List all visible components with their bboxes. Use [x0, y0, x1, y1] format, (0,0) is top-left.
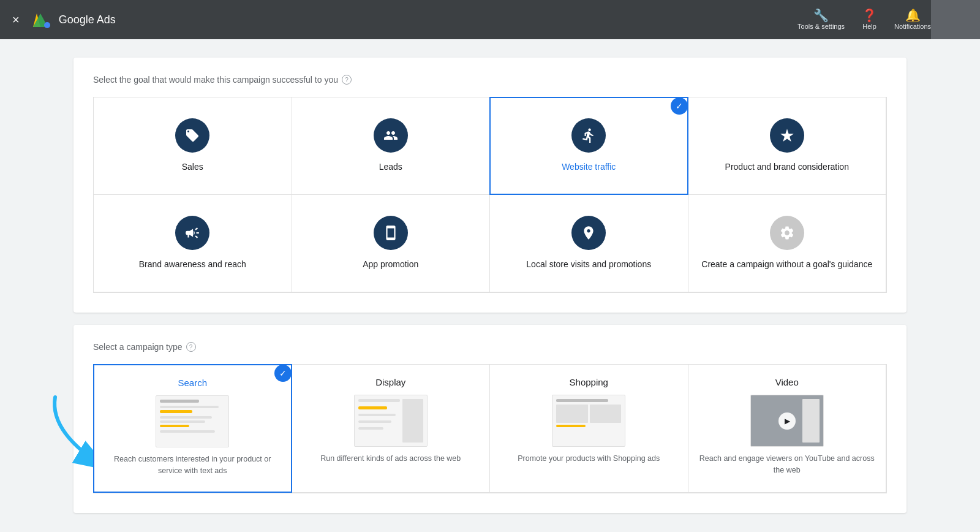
campaign-card-title: Select a campaign type ? [93, 342, 887, 352]
brand-awareness-label: Brand awareness and reach [139, 259, 246, 271]
campaign-help-icon[interactable]: ? [186, 342, 196, 352]
shopping-illustration [552, 395, 625, 447]
brand-consideration-label: Product and brand consideration [725, 161, 849, 173]
gear-icon [779, 225, 795, 241]
goal-card-title-text: Select the goal that would make this cam… [93, 75, 338, 85]
campaign-card-title-text: Select a campaign type [93, 342, 183, 352]
goal-leads[interactable]: Leads [292, 97, 491, 195]
goal-website-traffic[interactable]: ✓ Website traffic [489, 97, 688, 195]
local-store-label: Local store visits and promotions [526, 259, 651, 271]
campaign-type-card: Select a campaign type ? ✓ Search [74, 325, 907, 513]
goal-card-title: Select the goal that would make this cam… [93, 75, 887, 85]
display-desc: Run different kinds of ads across the we… [320, 453, 461, 465]
app-header: × Google Ads 🔧 Tools & settings ❓ Help 🔔… [0, 0, 980, 39]
shopping-desc: Promote your products with Shopping ads [518, 453, 660, 465]
sales-icon-circle [175, 118, 209, 153]
help-icon: ❓ [862, 9, 877, 21]
video-sidebar [802, 399, 820, 443]
no-goal-label: Create a campaign without a goal's guida… [701, 259, 872, 271]
leads-icon-circle [374, 118, 408, 153]
goal-selection-card: Select the goal that would make this cam… [74, 58, 907, 313]
goal-grid: Sales Leads ✓ Website traf [93, 97, 887, 293]
speaker-icon [184, 225, 200, 241]
goal-help-icon[interactable]: ? [342, 75, 352, 85]
shopping-title: Shopping [570, 377, 608, 387]
app-title: Google Ads [59, 13, 116, 26]
header-actions: 🔧 Tools & settings ❓ Help 🔔 Notification… [797, 9, 931, 30]
search-title: Search [178, 378, 207, 388]
help-label: Help [862, 23, 876, 30]
goal-local-store[interactable]: Local store visits and promotions [489, 194, 688, 292]
search-desc: Reach customers interested in your produ… [104, 454, 281, 477]
leads-label: Leads [379, 161, 402, 173]
main-content: Select the goal that would make this cam… [0, 39, 980, 531]
app-icon-circle [374, 216, 408, 250]
goal-sales[interactable]: Sales [93, 97, 292, 195]
location-pin-icon [581, 225, 597, 241]
user-avatar[interactable] [931, 0, 980, 39]
brand-icon-circle [770, 118, 804, 153]
tools-label: Tools & settings [797, 23, 845, 30]
goal-no-guidance[interactable]: Create a campaign without a goal's guida… [688, 194, 887, 292]
app-promotion-label: App promotion [363, 259, 418, 271]
bell-icon: 🔔 [905, 9, 921, 21]
display-title: Display [375, 377, 405, 387]
campaign-search[interactable]: ✓ Search Reach customers interested in y… [93, 364, 292, 493]
people-icon [383, 128, 398, 143]
sales-label: Sales [182, 161, 203, 173]
local-store-icon-circle [571, 216, 606, 250]
phone-icon [383, 225, 399, 241]
campaign-video[interactable]: Video ▶ Reach and engage viewers on YouT… [688, 364, 887, 493]
goal-app-promotion[interactable]: App promotion [292, 194, 491, 292]
website-traffic-icon-circle [571, 118, 606, 153]
tag-icon [185, 128, 200, 143]
campaign-type-grid: ✓ Search Reach customers interested in y… [93, 364, 887, 493]
search-check: ✓ [274, 365, 292, 382]
header-left: × Google Ads [10, 9, 116, 31]
play-icon: ▶ [778, 412, 796, 430]
notifications-label: Notifications [894, 23, 931, 30]
search-illustration [156, 395, 229, 447]
svg-point-1 [44, 22, 50, 28]
goal-brand-consideration[interactable]: Product and brand consideration [688, 97, 887, 195]
goal-brand-awareness[interactable]: Brand awareness and reach [93, 194, 292, 292]
google-ads-logo [29, 9, 51, 31]
brand-awareness-icon-circle [175, 216, 209, 250]
help-button[interactable]: ❓ Help [862, 9, 877, 30]
website-traffic-check: ✓ [671, 97, 688, 115]
video-desc: Reach and engage viewers on YouTube and … [698, 453, 876, 476]
video-title: Video [775, 377, 799, 387]
sparkle-icon [779, 127, 795, 143]
website-traffic-label: Website traffic [562, 161, 616, 173]
no-goal-icon-circle [770, 216, 804, 250]
display-illustration [354, 395, 428, 447]
tools-icon: 🔧 [813, 9, 829, 21]
campaign-shopping[interactable]: Shopping Promote your products with Shop… [489, 364, 688, 493]
video-illustration: ▶ [750, 395, 824, 447]
cursor-icon [581, 127, 597, 143]
close-button[interactable]: × [10, 11, 22, 28]
notifications-button[interactable]: 🔔 Notifications [894, 9, 931, 30]
tools-settings-button[interactable]: 🔧 Tools & settings [797, 9, 845, 30]
campaign-display[interactable]: Display Run different kinds of ads acros… [292, 364, 491, 493]
